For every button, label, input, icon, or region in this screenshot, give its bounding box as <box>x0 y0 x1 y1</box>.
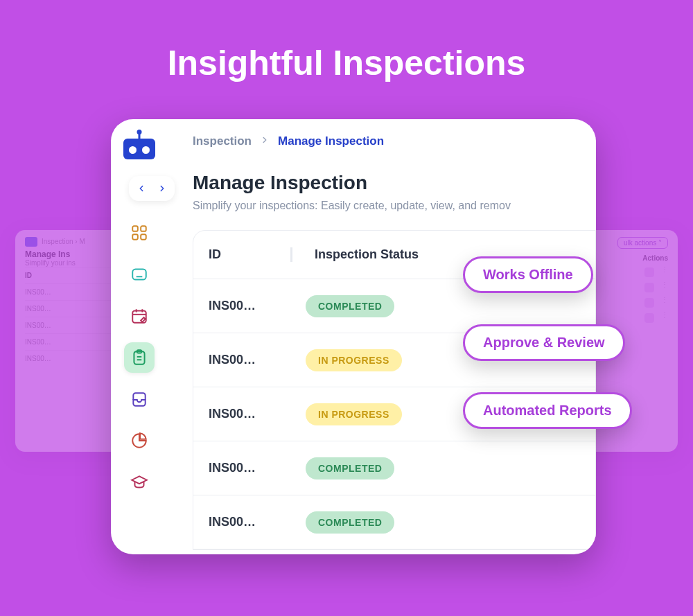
chat-icon <box>130 265 148 283</box>
table-row[interactable]: INS00…COMPLETED <box>193 495 595 549</box>
nav-back-button[interactable] <box>133 180 150 197</box>
chevron-left-icon <box>137 184 146 193</box>
cell-id: INS00… <box>193 353 290 367</box>
pie-chart-icon <box>130 432 148 450</box>
cell-id: INS00… <box>193 407 290 421</box>
sidebar-item-inbox[interactable] <box>124 384 155 414</box>
feature-pill-approve: Approve & Review <box>463 324 625 361</box>
hero-title: Insightful Inspections <box>0 0 693 83</box>
cell-id: INS00… <box>193 515 290 529</box>
svg-rect-2 <box>132 234 138 240</box>
chevron-right-icon <box>157 184 167 193</box>
app-logo <box>123 132 155 159</box>
inbox-icon <box>130 390 148 408</box>
svg-rect-0 <box>132 226 138 231</box>
cell-status: COMPLETED <box>290 295 595 317</box>
calendar-edit-icon <box>130 307 148 325</box>
status-badge: COMPLETED <box>306 457 394 479</box>
sidebar <box>111 119 168 554</box>
sidebar-item-chat[interactable] <box>124 259 155 290</box>
breadcrumb: Inspection Manage Inspection <box>193 134 596 148</box>
clipboard-icon <box>130 349 148 367</box>
page-title: Manage Inspection <box>193 172 596 194</box>
sidebar-item-analytics[interactable] <box>124 425 155 456</box>
status-badge: IN PROGRESS <box>306 403 402 425</box>
cell-status: COMPLETED <box>290 457 595 479</box>
svg-rect-1 <box>141 226 146 231</box>
nav-arrows <box>129 176 175 201</box>
status-badge: COMPLETED <box>306 511 394 534</box>
page-subtitle: Simplify your inspections: Easily create… <box>193 200 596 212</box>
table-row[interactable]: INS00…COMPLETED <box>193 441 595 495</box>
feature-pill-offline: Works Offline <box>463 256 593 293</box>
sidebar-item-dashboard[interactable] <box>124 218 155 248</box>
graduation-cap-icon <box>130 473 148 491</box>
cell-id: INS00… <box>193 461 290 475</box>
col-header-id[interactable]: ID <box>193 247 290 262</box>
cell-status: COMPLETED <box>290 511 595 534</box>
feature-pill-reports: Automated Reports <box>463 392 632 429</box>
nav-forward-button[interactable] <box>154 180 170 197</box>
grid-icon <box>130 224 148 242</box>
sidebar-item-inspections[interactable] <box>124 342 155 373</box>
cell-id: INS00… <box>193 299 290 313</box>
sidebar-item-calendar[interactable] <box>124 301 155 331</box>
sidebar-item-training[interactable] <box>124 467 155 498</box>
chevron-right-icon <box>260 134 270 148</box>
status-badge: COMPLETED <box>306 295 394 317</box>
breadcrumb-root[interactable]: Inspection <box>193 134 252 148</box>
svg-rect-4 <box>132 269 146 279</box>
status-badge: IN PROGRESS <box>306 349 402 371</box>
breadcrumb-current: Manage Inspection <box>278 134 384 148</box>
svg-rect-3 <box>141 234 146 240</box>
